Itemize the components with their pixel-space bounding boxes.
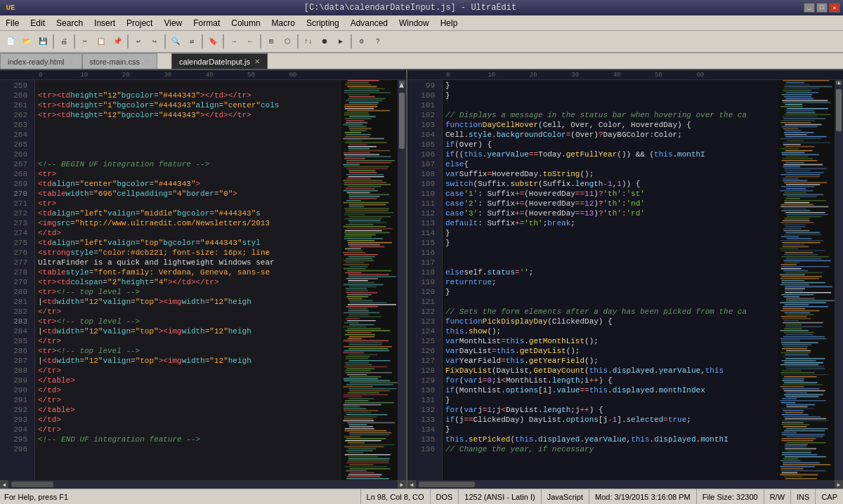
indent-button[interactable]: → (226, 34, 242, 49)
minimize-button[interactable]: _ (804, 3, 815, 13)
tab-index-html[interactable]: index-ready.html ✕ (0, 53, 82, 69)
window-title: [C:\data\calendarDateInput.js] - UltraEd… (17, 3, 804, 13)
hex-button[interactable]: ⬡ (280, 34, 295, 49)
menu-advanced[interactable]: Advanced (345, 15, 393, 30)
maximize-button[interactable]: □ (816, 3, 828, 13)
code-line: </tr> (38, 336, 341, 346)
right-scroll-right-arrow[interactable]: ▶ (835, 480, 843, 489)
open-button[interactable]: 📂 (19, 34, 34, 49)
code-line: } (445, 395, 778, 405)
paste-button[interactable]: 📌 (110, 34, 125, 49)
code-line (38, 130, 341, 140)
scroll-left-arrow[interactable]: ◀ (0, 480, 8, 489)
code-line: </td> (38, 385, 341, 395)
replace-button[interactable]: ⇄ (184, 34, 200, 49)
status-modified: Mod: 3/19/2015 3:16:08 PM (589, 489, 696, 504)
tab-close-1[interactable]: ✕ (69, 58, 74, 65)
right-h-scroll-thumb[interactable] (419, 482, 475, 487)
tab-store-css[interactable]: store-main.css ✕ (82, 53, 158, 69)
scroll-right-arrow[interactable]: ▶ (398, 480, 406, 489)
right-scroll-thumb[interactable] (836, 89, 842, 131)
menu-format[interactable]: Format (188, 15, 226, 30)
right-h-scroll-track[interactable] (416, 480, 835, 489)
menu-scripting[interactable]: Scripting (301, 15, 345, 30)
right-ruler: 0 10 20 30 40 50 60 (407, 70, 843, 80)
code-line: </tr> (38, 395, 341, 405)
tab-label: store-main.css (90, 58, 140, 66)
tab-close-3[interactable]: ✕ (254, 58, 260, 65)
undo-button[interactable]: ↩ (131, 34, 146, 49)
code-line: var DayList = this.getDayList(); (445, 346, 778, 356)
left-code-content[interactable]: <tr><td height="12" bgcolor="#444343"></… (35, 80, 341, 480)
h-scroll-thumb[interactable] (11, 482, 53, 487)
code-line: <strong style="color:#dcb221; font-size:… (38, 248, 341, 258)
window-controls: _ □ ✕ (804, 3, 843, 13)
code-line: Cell.style.backgroundColor = (Over) ? Da… (445, 130, 778, 140)
right-scrollbar-v[interactable]: ▲ (835, 80, 843, 480)
code-line: </td> (38, 228, 341, 238)
menu-view[interactable]: View (158, 15, 188, 30)
code-line: var Suffix = HoveredDay.toString(); (445, 169, 778, 179)
code-line: </tr> (38, 307, 341, 317)
print-button[interactable]: 🖨 (56, 34, 72, 49)
scroll-thumb[interactable] (399, 93, 405, 149)
macro-record-button[interactable]: ⏺ (317, 34, 332, 49)
menu-column[interactable]: Column (226, 15, 266, 30)
code-line (445, 248, 778, 258)
right-code-area[interactable]: 99 100 101 102 103 104 105 106 107 108 1… (407, 80, 843, 480)
code-line: this.setPicked(this.displayed.yearValue,… (445, 435, 778, 444)
outdent-button[interactable]: ← (242, 34, 258, 49)
code-line (38, 120, 341, 130)
tab-close-2[interactable]: ✕ (144, 58, 150, 65)
menu-edit[interactable]: Edit (25, 15, 51, 30)
code-line: if (j == ClickedDay) DayList.options[j-1… (445, 415, 778, 425)
toolbar: 📄 📂 💾 🖨 ✂ 📋 📌 ↩ ↪ 🔍 ⇄ 🔖 → ← ⊞ ⬡ ↑↓ ⏺ ▶ ⚙… (0, 31, 843, 53)
scroll-up-arrow[interactable]: ▲ (399, 81, 405, 85)
code-line: <tr><!-- top level --> (38, 346, 341, 356)
code-line (445, 258, 778, 267)
menu-macro[interactable]: Macro (266, 15, 301, 30)
tabs-area: index-ready.html ✕ store-main.css ✕ cale… (0, 53, 843, 70)
right-scroll-left-arrow[interactable]: ◀ (407, 480, 416, 489)
code-line: } (445, 287, 778, 297)
settings-button[interactable]: ⚙ (354, 34, 370, 49)
menu-project[interactable]: Project (121, 15, 158, 30)
menu-search[interactable]: Search (51, 15, 89, 30)
code-line: this.show(); (445, 326, 778, 336)
menu-file[interactable]: File (0, 15, 25, 30)
left-scrollbar-h[interactable]: ◀ ▶ (0, 480, 406, 489)
ftp-button[interactable]: ↑↓ (301, 34, 316, 49)
status-codepage: 1252 (ANSI - Latin I) (458, 489, 540, 504)
menu-help[interactable]: Help (435, 15, 464, 30)
right-scrollbar-h[interactable]: ◀ ▶ (407, 480, 843, 489)
redo-button[interactable]: ↪ (147, 34, 162, 49)
close-button[interactable]: ✕ (829, 3, 840, 13)
toolbar-sep-8 (297, 34, 299, 48)
code-line: if (MonthList.options[i].value == this.d… (445, 385, 778, 395)
left-minimap (341, 80, 398, 480)
cut-button[interactable]: ✂ (77, 34, 93, 49)
code-line: for (var i=0;i<MonthList.length;i++) { (445, 376, 778, 385)
right-scroll-up-arrow[interactable]: ▲ (836, 81, 842, 85)
new-button[interactable]: 📄 (3, 34, 18, 49)
right-code-content[interactable]: } } // Displays a message in the status … (443, 80, 778, 480)
find-button[interactable]: 🔍 (168, 34, 183, 49)
save-button[interactable]: 💾 (35, 34, 51, 49)
code-line: <tr><!-- top level --> (38, 287, 341, 297)
menu-bar: File Edit Search Insert Project View For… (0, 15, 843, 31)
h-scroll-track[interactable] (8, 480, 398, 489)
column-mode-button[interactable]: ⊞ (263, 34, 279, 49)
bookmark-button[interactable]: 🔖 (205, 34, 221, 49)
left-code-area[interactable]: 259 260 261 262 263 264 265 266 267 268 … (0, 80, 406, 480)
help-icon[interactable]: ? (370, 34, 386, 49)
menu-window[interactable]: Window (393, 15, 435, 30)
menu-insert[interactable]: Insert (89, 15, 121, 30)
minimap-canvas (341, 80, 398, 480)
code-line: var YearField = this.getYearField(); (445, 356, 778, 366)
code-line: FixDayList(DayList, GetDayCount(this.dis… (445, 366, 778, 376)
code-line: <tr><td height="1" bgcolor="#444343" ali… (38, 100, 341, 110)
macro-play-button[interactable]: ▶ (333, 34, 348, 49)
tab-calendar-js[interactable]: calendarDateInput.js ✕ (171, 53, 268, 69)
left-scrollbar-v[interactable]: ▲ (398, 80, 406, 480)
copy-button[interactable]: 📋 (93, 34, 109, 49)
